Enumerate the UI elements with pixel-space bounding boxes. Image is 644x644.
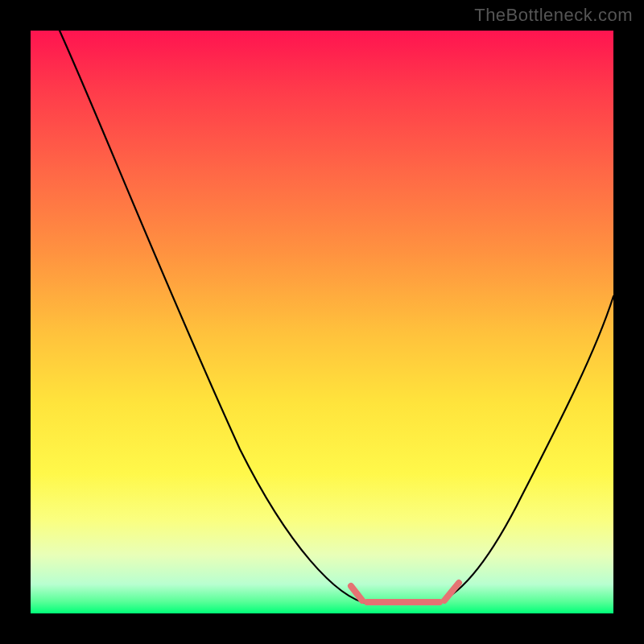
- curve-svg: [31, 31, 613, 613]
- plot-area: [31, 31, 613, 613]
- bottleneck-curve: [60, 31, 613, 604]
- optimal-range-marker: [351, 583, 459, 602]
- watermark-text: TheBottleneck.com: [474, 5, 633, 26]
- chart-container: TheBottleneck.com: [0, 0, 644, 644]
